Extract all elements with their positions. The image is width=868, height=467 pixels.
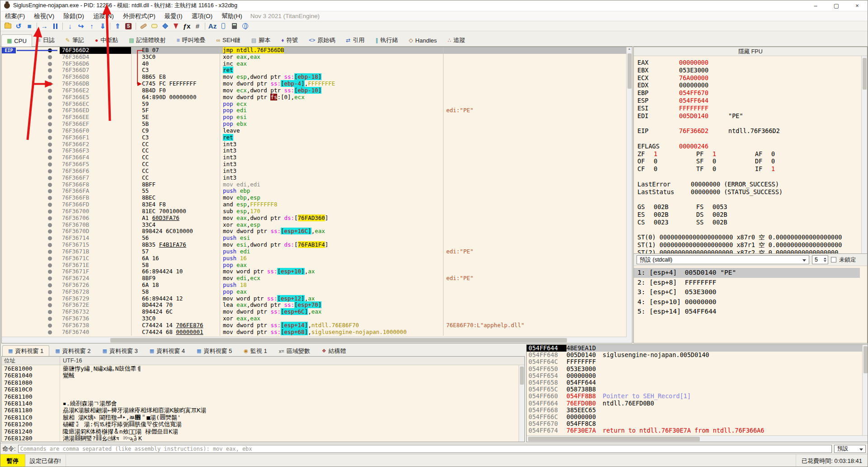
comment-icon[interactable]	[149, 22, 160, 31]
stack-panel[interactable]: 054FF6444BE9EA1D054FF648005D0140siglusen…	[526, 344, 868, 442]
disasm-row-76F366F7[interactable]: 76F366F7CCint3	[2, 175, 632, 181]
run-icon[interactable]: →	[39, 22, 50, 31]
tab-原始碼[interactable]: <>原始碼	[303, 34, 340, 46]
disasm-row-76F366D8[interactable]: 76F366D88B65 E8mov esp,dword ptr ss:[ebp…	[2, 74, 632, 81]
breakpoint-gutter[interactable]	[2, 268, 60, 275]
stack-row-054FF670[interactable]: 054FF670054FF8C8	[527, 420, 868, 427]
breakpoint-gutter[interactable]	[2, 168, 60, 175]
argument-count-spinner[interactable]: 5	[812, 255, 828, 264]
command-mode-select[interactable]: 預設	[834, 445, 866, 453]
stack-row-054FF66C[interactable]: 054FF66C00000000	[527, 414, 868, 420]
breakpoint-gutter[interactable]	[2, 222, 60, 229]
breakpoint-gutter[interactable]	[2, 121, 60, 128]
disasm-row-76F366F6[interactable]: 76F366F6CCint3	[2, 168, 632, 175]
flags-zf-pf-af[interactable]: ZF1PF1AF0	[637, 150, 860, 158]
breakpoint-gutter[interactable]	[2, 248, 60, 255]
run-to-user-code-icon[interactable]: ⇑	[112, 22, 123, 31]
breakpoint-gutter[interactable]	[2, 87, 60, 94]
disasm-row-76F3670D[interactable]: 76F3670D898424 6C010000mov dword ptr ss:…	[2, 228, 632, 235]
disasm-row-76F36700[interactable]: 76F3670081EC 70010000sub esp,170	[2, 208, 632, 215]
breakpoint-gutter[interactable]	[2, 242, 60, 248]
argument-row-1[interactable]: 1: [esp+4] 005D0140 "PE"	[634, 268, 860, 278]
disasm-row-76F366F4[interactable]: 76F366F4CCint3	[2, 154, 632, 161]
pause-icon[interactable]	[50, 22, 61, 31]
disasm-row-76F3671C[interactable]: 76F3671C6A 16push 16	[2, 255, 632, 262]
disasm-horizontal-scrollbar[interactable]	[2, 337, 632, 343]
minimize-button[interactable]: –	[805, 0, 826, 11]
dump-row-76E81240[interactable]: 76E81240䧯瘱湯筣Kဴ体椅椕㩣＆᭭n㪎䷰᷶湯 椂㒊亝目K湯	[2, 428, 524, 435]
menu-item-D[interactable]: 除錯(D)	[59, 11, 89, 21]
disasm-row-76F366D6[interactable]: 76F366D640inc eax	[2, 61, 632, 67]
breakpoint-gutter[interactable]	[2, 255, 60, 262]
menu-item-I[interactable]: 最愛(I)	[160, 11, 187, 21]
disasm-row-76F36706[interactable]: 76F36706A1 60D3FA76mov eax,dword ptr ds:…	[2, 215, 632, 222]
segment-gs-fs[interactable]: GS002BFS0053	[637, 203, 860, 211]
disasm-row-76F366EC[interactable]: 76F366EC59pop ecx	[2, 101, 632, 108]
close-button[interactable]: ×	[847, 0, 868, 11]
register-laststatus[interactable]: LastStatus00000000 (STATUS_SUCCESS)	[637, 188, 860, 196]
stack-row-054FF65C[interactable]: 054FF65C058738B8	[527, 386, 868, 393]
dump-row-76E81040[interactable]: 76E81040鸞䤋	[2, 372, 524, 379]
breakpoint-gutter[interactable]	[2, 67, 60, 74]
breakpoint-gutter[interactable]	[2, 114, 60, 121]
breakpoint-gutter[interactable]	[2, 161, 60, 168]
register-ebx[interactable]: EBX053E3000	[637, 67, 860, 74]
tab-符號[interactable]: ♦符號	[276, 34, 303, 46]
step-out-icon[interactable]: ↑	[86, 22, 97, 31]
breakpoint-gutter[interactable]	[2, 195, 60, 201]
disasm-row-76F366F5[interactable]: 76F366F5CCint3	[2, 161, 632, 168]
register-ecx[interactable]: ECX76A00000	[637, 74, 860, 82]
disasm-row-76F366D4[interactable]: 76F366D433C0xor eax,eax	[2, 54, 632, 61]
disasm-row-76F366F2[interactable]: 76F366F2CCint3	[2, 141, 632, 148]
breakpoint-gutter[interactable]	[2, 235, 60, 242]
disasm-row-76F36736[interactable]: 76F3673633C0xor eax,eax	[2, 315, 632, 322]
breakpoint-gutter[interactable]	[2, 154, 60, 161]
stack-row-054FF658[interactable]: 054FF658054FF644	[527, 379, 868, 386]
register-st1[interactable]: ST(1) 00000000000000000000 x87r1 空 0.000…	[637, 241, 860, 249]
register-st0[interactable]: ST(0) 00000000000000000000 x87r0 空 0.000…	[637, 234, 860, 241]
dump-row-76E811C0[interactable]: 76E811C0㿭相 湯K㷰᭻䦦䂇䪃ᆅ‣,ㅫ᧛＂■湯(䷌㸈䵘'	[2, 414, 524, 421]
disassembly-panel[interactable]: 76F366D2EB 07jmp ntdll.76F366DB76F366D43…	[1, 47, 632, 343]
disasm-row-76F366EE[interactable]: 76F366EE5Epop esi	[2, 114, 632, 121]
dump-tab-資料視窗5[interactable]: ▦資料視窗 5	[191, 345, 238, 356]
disasm-row-76F36714[interactable]: 76F3671456push esi	[2, 235, 632, 242]
breakpoint-gutter[interactable]	[2, 295, 60, 302]
menu-item-V[interactable]: 檢視(V)	[29, 11, 59, 21]
disasm-row-76F366E5[interactable]: 76F366E564:890D 00000000mov dword ptr fs…	[2, 94, 632, 101]
disasm-row-76F366FA[interactable]: 76F366FA55push ebp	[2, 188, 632, 195]
stack-row-054FF668[interactable]: 054FF668385EEC65	[527, 407, 868, 414]
breakpoint-gutter[interactable]	[2, 275, 60, 282]
disasm-row-76F3672E[interactable]: 76F3672E8D4424 70lea eax,dword ptr ss:[e…	[2, 302, 632, 309]
memory-device-icon[interactable]	[218, 22, 229, 31]
breakpoint-gutter[interactable]	[2, 141, 60, 148]
breakpoint-gutter[interactable]	[2, 175, 60, 181]
breakpoint-gutter[interactable]	[2, 81, 60, 87]
segment-cs-ss[interactable]: CS0023SS002B	[637, 219, 860, 226]
ordinal-icon[interactable]: #	[192, 22, 203, 31]
breakpoint-gutter[interactable]	[2, 262, 60, 269]
stack-row-054FF644[interactable]: 054FF6444BE9EA1D	[527, 345, 868, 352]
breakpoint-gutter[interactable]	[2, 148, 60, 154]
registers-panel[interactable]: 隱藏 FPU EAX00000000EBX053E3000ECX76A00000…	[633, 47, 868, 343]
argument-row-5[interactable]: 5: [esp+14] 054FF644	[634, 307, 860, 317]
dump-tab-資料視窗2[interactable]: ▦資料視窗 2	[49, 345, 96, 356]
disasm-row-76F3670B[interactable]: 76F3670B33C4xor eax,esp	[2, 222, 632, 229]
disasm-row-76F36715[interactable]: 76F367158B35 F4B1FA76mov esi,dword ptr d…	[2, 242, 632, 248]
stack-row-054FF64C[interactable]: 054FF64CFFFFFFFF	[527, 358, 868, 365]
register-esi[interactable]: ESIFFFFFFFF	[637, 105, 860, 112]
stack-row-054FF650[interactable]: 054FF650053E3000	[527, 366, 868, 372]
breakpoint-gutter[interactable]	[2, 228, 60, 235]
register-eax[interactable]: EAX00000000	[637, 59, 860, 67]
stack-row-054FF660[interactable]: 054FF660054FF8B8Pointer to SEH_Record[1]	[527, 393, 868, 400]
stack-row-054FF648[interactable]: 054FF648005D0140siglusengine-nojapan.005…	[527, 352, 868, 358]
run-to-cursor-icon[interactable]: ⇓	[97, 22, 108, 31]
tab-腳本[interactable]: ▤腳本	[246, 34, 276, 46]
function-icon[interactable]: ƒx	[181, 22, 192, 31]
flags-cf-tf-if[interactable]: CF0TF0IF1	[637, 165, 860, 173]
breakpoint-gutter[interactable]	[2, 181, 60, 188]
breakpoint-gutter[interactable]	[2, 302, 60, 309]
calculator-icon[interactable]	[229, 22, 240, 31]
argument-row-4[interactable]: 4: [esp+10] 00000000	[634, 297, 860, 307]
stack-horizontal-scrollbar[interactable]	[527, 435, 868, 442]
tab-追蹤[interactable]: ∴追蹤	[442, 34, 471, 46]
